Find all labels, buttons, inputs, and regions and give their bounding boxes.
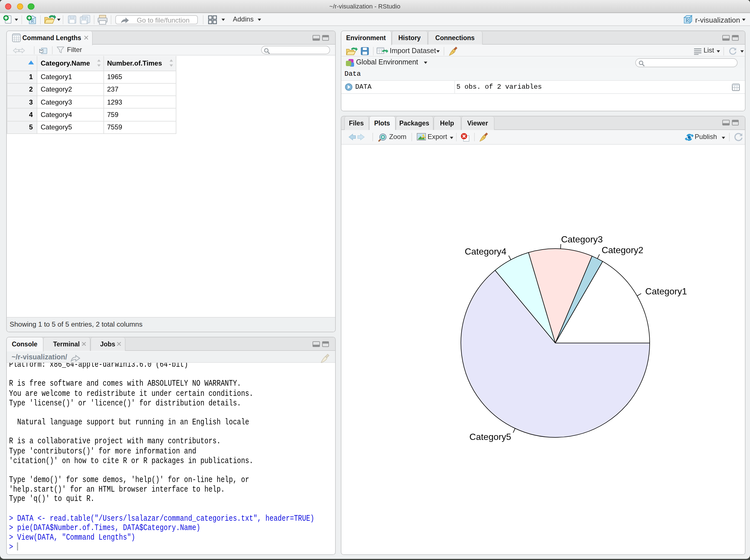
svg-text:Category4: Category4 — [464, 246, 506, 257]
svg-text:Category3: Category3 — [561, 234, 603, 244]
svg-text:R: R — [686, 17, 689, 23]
svg-text:Category2: Category2 — [601, 245, 643, 255]
svg-text:Category5: Category5 — [469, 432, 511, 442]
svg-text:Category1: Category1 — [645, 286, 687, 296]
